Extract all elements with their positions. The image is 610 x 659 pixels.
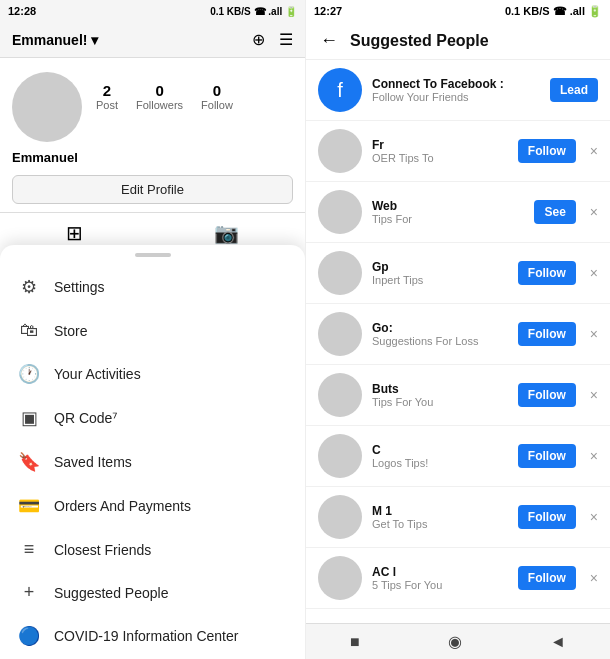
sug-avatar <box>318 373 362 417</box>
follow-button[interactable]: Follow <box>518 444 576 468</box>
close-icon[interactable]: × <box>590 509 598 525</box>
sug-avatar <box>318 251 362 295</box>
avatar <box>12 72 82 142</box>
username: Emmanuel! <box>12 32 87 48</box>
menu-item-store[interactable]: 🛍 Store <box>0 309 305 352</box>
see-button[interactable]: See <box>534 200 575 224</box>
sug-name-fb: Connect To Facebook : <box>372 77 540 91</box>
close-icon[interactable]: × <box>590 204 598 220</box>
close-icon[interactable]: × <box>590 387 598 403</box>
left-panel: 12:28 0.1 KB/S ☎ .all 🔋 Emmanuel! ▾ ⊕ ☰ … <box>0 0 305 659</box>
sug-name: C <box>372 443 508 457</box>
menu-item-qrcode[interactable]: ▣ QR Code⁷ <box>0 396 305 440</box>
sug-avatar <box>318 129 362 173</box>
circle-nav-btn-right[interactable]: ◉ <box>448 632 462 651</box>
camera-tab[interactable]: 📷 <box>214 221 239 245</box>
menu-label-settings: Settings <box>54 279 105 295</box>
drawer-handle <box>135 253 171 257</box>
list-item: M 1 Get To Tips Follow × <box>306 487 610 548</box>
profile-header: Emmanuel! ▾ ⊕ ☰ <box>0 22 305 58</box>
edit-profile-button[interactable]: Edit Profile <box>12 175 293 204</box>
follow-button[interactable]: Follow <box>518 505 576 529</box>
list-item: AC l 5 Tips For You Follow × <box>306 548 610 609</box>
close-icon[interactable]: × <box>590 265 598 281</box>
sug-info: AC l 5 Tips For You <box>372 565 508 591</box>
store-icon: 🛍 <box>18 320 40 341</box>
back-button[interactable]: ← <box>320 30 338 51</box>
list-item: Web Tips For See × <box>306 182 610 243</box>
menu-item-activities[interactable]: 🕐 Your Activities <box>0 352 305 396</box>
list-item: Buts Tips For You Follow × <box>306 365 610 426</box>
follow-button[interactable]: Follow <box>518 322 576 346</box>
menu-item-orders[interactable]: 💳 Orders And Payments <box>0 484 305 528</box>
sug-avatar <box>318 434 362 478</box>
menu-label-saved: Saved Items <box>54 454 132 470</box>
sug-info: Buts Tips For You <box>372 382 508 408</box>
list-item: C Logos Tips! Follow × <box>306 426 610 487</box>
close-icon[interactable]: × <box>590 448 598 464</box>
menu-label-friends: Closest Friends <box>54 542 151 558</box>
back-nav-btn-right[interactable]: ◄ <box>550 633 566 651</box>
follow-button[interactable]: Follow <box>518 383 576 407</box>
settings-icon: ⚙ <box>18 276 40 298</box>
covid-icon: 🔵 <box>18 625 40 647</box>
menu-item-saved[interactable]: 🔖 Saved Items <box>0 440 305 484</box>
suggested-icon: + <box>18 582 40 603</box>
home-nav-btn-right[interactable]: ■ <box>350 633 360 651</box>
follow-button[interactable]: Follow <box>518 566 576 590</box>
sug-sub: Get To Tips <box>372 518 508 530</box>
list-item: Gp Inpert Tips Follow × <box>306 243 610 304</box>
sug-sub-fb: Follow Your Friends <box>372 91 540 103</box>
stat-follow[interactable]: 0 Follow <box>201 82 233 111</box>
right-header: ← Suggested People <box>306 22 610 60</box>
sug-avatar <box>318 312 362 356</box>
sug-info: Go: Suggestions For Loss <box>372 321 508 347</box>
sug-name: Fr <box>372 138 508 152</box>
suggested-list: f Connect To Facebook : Follow Your Frie… <box>306 60 610 623</box>
stat-followers[interactable]: 0 Followers <box>136 82 183 111</box>
list-item: Go: Suggestions For Loss Follow × <box>306 304 610 365</box>
status-bar-right: 12:27 0.1 KB/S ☎ .all 🔋 <box>306 0 610 22</box>
menu-label-suggested: Suggested People <box>54 585 168 601</box>
add-icon[interactable]: ⊕ <box>252 30 265 49</box>
lead-button[interactable]: Lead <box>550 78 598 102</box>
sug-sub: Suggestions For Loss <box>372 335 508 347</box>
follow-button[interactable]: Follow <box>518 261 576 285</box>
right-panel: 12:27 0.1 KB/S ☎ .all 🔋 ← Suggested Peop… <box>305 0 610 659</box>
stat-posts[interactable]: 2 Post <box>96 82 118 111</box>
profile-section: 2 Post 0 Followers 0 Follow <box>0 58 305 150</box>
status-bar-left: 12:28 0.1 KB/S ☎ .all 🔋 <box>0 0 305 22</box>
close-icon[interactable]: × <box>590 570 598 586</box>
sug-name: Gp <box>372 260 508 274</box>
sug-sub: Tips For <box>372 213 524 225</box>
menu-item-suggested[interactable]: + Suggested People <box>0 571 305 614</box>
sug-avatar <box>318 556 362 600</box>
close-icon[interactable]: × <box>590 326 598 342</box>
sug-name: Go: <box>372 321 508 335</box>
username-row[interactable]: Emmanuel! ▾ <box>12 32 98 48</box>
close-icon[interactable]: × <box>590 143 598 159</box>
follow-button[interactable]: Follow <box>518 139 576 163</box>
sug-name: Web <box>372 199 524 213</box>
menu-item-settings[interactable]: ⚙ Settings <box>0 265 305 309</box>
grid-tab[interactable]: ⊞ <box>66 221 83 245</box>
menu-label-qrcode: QR Code⁷ <box>54 410 118 426</box>
page-title: Suggested People <box>350 32 489 50</box>
menu-label-covid: COVID-19 Information Center <box>54 628 238 644</box>
sug-info: Fr OER Tips To <box>372 138 508 164</box>
sug-sub: Logos Tips! <box>372 457 508 469</box>
sug-sub: Tips For You <box>372 396 508 408</box>
sug-info: M 1 Get To Tips <box>372 504 508 530</box>
sug-info: C Logos Tips! <box>372 443 508 469</box>
menu-icon[interactable]: ☰ <box>279 30 293 49</box>
sug-avatar <box>318 495 362 539</box>
menu-item-friends[interactable]: ≡ Closest Friends <box>0 528 305 571</box>
menu-item-covid[interactable]: 🔵 COVID-19 Information Center <box>0 614 305 658</box>
friends-icon: ≡ <box>18 539 40 560</box>
sug-sub: OER Tips To <box>372 152 508 164</box>
sug-sub: 5 Tips For You <box>372 579 508 591</box>
sug-info-fb: Connect To Facebook : Follow Your Friend… <box>372 77 540 103</box>
sug-name: Buts <box>372 382 508 396</box>
menu-label-activities: Your Activities <box>54 366 141 382</box>
time-left: 12:28 <box>8 5 36 17</box>
